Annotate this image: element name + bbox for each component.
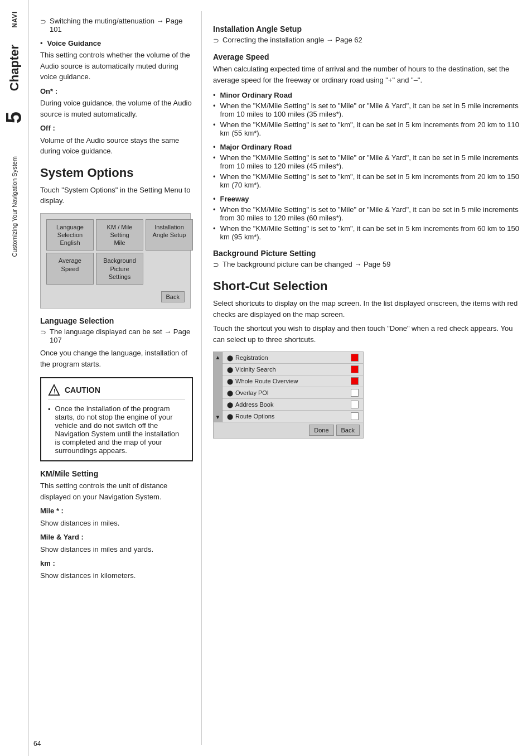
shortcut-title: Short-Cut Selection xyxy=(213,279,521,293)
major-road-block: • Major Ordinary Road •When the "KM/Mile… xyxy=(213,143,521,189)
shortcut-done-btn[interactable]: Done xyxy=(309,425,333,436)
shortcut-list: ⬤Registration⬤Vicinity Search⬤Whole Rout… xyxy=(223,352,363,422)
shortcut-list-item[interactable]: ⬤Whole Route Overview xyxy=(223,375,363,387)
ui-btn-avg-line2: Speed xyxy=(49,265,91,273)
bullet-dot-voice: • xyxy=(40,39,43,47)
ui-mockup-grid-bottom: Average Speed Background Picture Setting… xyxy=(46,253,185,285)
average-speed-section: Average Speed When calculating expected … xyxy=(213,52,521,241)
shortcut-check-box xyxy=(351,354,359,362)
minor-bullets-container: •When the "KM/Mile Setting" is set to "M… xyxy=(213,102,521,137)
muting-arrow-item: ⊃ Switching the muting/attenuation → Pag… xyxy=(40,17,193,33)
minor-road-title: Minor Ordinary Road xyxy=(220,91,292,99)
ui-btn-language-line1: Language xyxy=(49,223,91,231)
shortcut-desc1: Select shortcuts to display on the map s… xyxy=(213,298,521,320)
ui-btn-installation[interactable]: Installation Angle Setup xyxy=(146,219,193,251)
major-bullet-item: •When the "KM/Mile Setting" is set to "M… xyxy=(213,153,521,170)
freeway-bullet-item: •When the "KM/Mile Setting" is set to "k… xyxy=(213,224,521,241)
freeway-bullet-item: •When the "KM/Mile Setting" is set to "M… xyxy=(213,205,521,222)
freeway-bullets-container: •When the "KM/Mile Setting" is set to "M… xyxy=(213,205,521,241)
background-picture-section: Background Picture Setting ⊃ The backgro… xyxy=(213,249,521,269)
caution-text: Once the installation of the program sta… xyxy=(55,405,185,455)
freeway-block: • Freeway •When the "KM/Mile Setting" is… xyxy=(213,195,521,241)
scroll-down-arrow-icon[interactable]: ▼ xyxy=(215,414,221,420)
ui-btn-inst-line2: Angle Setup xyxy=(148,231,190,239)
svg-text:!: ! xyxy=(54,388,56,395)
voice-guidance-off-label: Off : xyxy=(40,123,193,134)
scroll-up-arrow-icon[interactable]: ▲ xyxy=(215,354,221,360)
major-bullet-text: When the "KM/Mile Setting" is set to "Mi… xyxy=(220,153,521,170)
shortcut-buttons: Done Back xyxy=(214,422,363,438)
shortcut-list-item[interactable]: ⬤Route Options xyxy=(223,411,363,422)
caution-box: ! CAUTION • Once the installation of the… xyxy=(40,377,193,461)
installation-arrow-item: ⊃ Correcting the installation angle → Pa… xyxy=(213,36,521,45)
voice-guidance-off-desc: Volume of the Audio source stays the sam… xyxy=(40,135,193,157)
shortcut-item-label: Whole Route Overview xyxy=(235,378,298,384)
average-speed-title: Average Speed xyxy=(213,52,521,61)
minor-bullet-text: When the "KM/Mile Setting" is set to "km… xyxy=(220,121,521,137)
km-mile-title: KM/Mile Setting xyxy=(40,469,193,478)
background-arrow-item: ⊃ The background picture can be changed … xyxy=(213,260,521,269)
shortcut-scrollbar[interactable]: ▲ ▼ xyxy=(214,352,223,422)
shortcut-back-btn[interactable]: Back xyxy=(336,425,360,436)
ui-btn-background[interactable]: Background Picture Settings xyxy=(96,253,143,285)
voice-guidance-bullet: • Voice Guidance xyxy=(40,39,193,47)
major-bullets-container: •When the "KM/Mile Setting" is set to "M… xyxy=(213,153,521,189)
voice-guidance-desc: This setting controls whether the volume… xyxy=(40,50,193,83)
km-mile-desc: This setting controls the unit of distan… xyxy=(40,480,193,502)
bullet-dot: • xyxy=(213,153,216,162)
minor-road-block: • Minor Ordinary Road •When the "KM/Mile… xyxy=(213,91,521,137)
system-options-intro: Touch "System Options" in the Setting Me… xyxy=(40,185,193,206)
shortcut-check-box xyxy=(351,389,359,397)
left-column: ⊃ Switching the muting/attenuation → Pag… xyxy=(29,11,202,745)
shortcut-item-icon: ⬤ xyxy=(227,413,233,420)
language-arrow-item: ⊃ The language displayed can be set → Pa… xyxy=(40,328,193,344)
shortcut-list-item[interactable]: ⬤Address Book xyxy=(223,399,363,411)
caution-bullet-item: • Once the installation of the program s… xyxy=(48,405,185,455)
shortcut-list-item[interactable]: ⬤Overlay POI xyxy=(223,387,363,399)
km-label: km : xyxy=(40,558,193,569)
mile-desc: Show distances in miles. xyxy=(40,518,193,529)
km-desc: Show distances in kilometers. xyxy=(40,570,193,581)
ui-btn-language-line3: English xyxy=(49,239,91,247)
shortcut-item-icon: ⬤ xyxy=(227,378,233,384)
ui-btn-km-mile[interactable]: KM / Mile Setting Mile xyxy=(96,219,143,251)
shortcut-item-icon: ⬤ xyxy=(227,402,233,408)
arrow-icon-install: ⊃ xyxy=(213,36,219,45)
system-options-section: System Options Touch "System Options" in… xyxy=(40,166,193,309)
installation-arrow-text: Correcting the installation angle → Page… xyxy=(223,36,362,44)
shortcut-list-item[interactable]: ⬤Registration xyxy=(223,352,363,364)
bullet-dot: • xyxy=(213,102,216,110)
shortcut-item-icon: ⬤ xyxy=(227,390,233,396)
shortcut-check-box xyxy=(351,365,359,373)
ui-btn-bg-line3: Settings xyxy=(99,273,141,281)
main-content: ⊃ Switching the muting/attenuation → Pag… xyxy=(29,0,532,756)
shortcut-item-label: Vicinity Search xyxy=(235,366,276,373)
freeway-title: Freeway xyxy=(220,195,249,203)
ui-btn-inst-line1: Installation xyxy=(148,223,190,231)
ui-btn-language[interactable]: Language Selection English xyxy=(46,219,94,251)
shortcut-item-label: Address Book xyxy=(235,401,273,408)
shortcut-list-item[interactable]: ⬤Vicinity Search xyxy=(223,364,363,375)
minor-road-bullet: • Minor Ordinary Road xyxy=(213,91,521,99)
background-picture-title: Background Picture Setting xyxy=(213,249,521,258)
minor-bullet-text: When the "KM/Mile Setting" is set to "Mi… xyxy=(220,102,521,118)
ui-btn-km-line2: Setting xyxy=(99,231,141,239)
freeway-bullet-text: When the "KM/Mile Setting" is set to "Mi… xyxy=(220,205,521,222)
language-arrow-text: The language displayed can be set → Page… xyxy=(50,328,193,344)
language-selection-title: Language Selection xyxy=(40,316,193,325)
system-options-ui-mockup: Language Selection English KM / Mile Set… xyxy=(40,213,191,309)
ui-mockup-grid-top: Language Selection English KM / Mile Set… xyxy=(46,219,185,251)
muting-text: Switching the muting/attenuation → Page … xyxy=(50,17,193,33)
sidebar-navi-label: NAVI xyxy=(11,11,18,27)
ui-btn-avg-speed[interactable]: Average Speed xyxy=(46,253,94,285)
minor-bullet-item: •When the "KM/Mile Setting" is set to "M… xyxy=(213,102,521,118)
shortcut-ui-mockup: ▲ ▼ ⬤Registration⬤Vicinity Search⬤Whole … xyxy=(213,351,364,439)
shortcut-desc2: Touch the shortcut you wish to display a… xyxy=(213,323,521,345)
system-options-back-btn[interactable]: Back xyxy=(161,291,185,302)
mile-yard-label: Mile & Yard : xyxy=(40,532,193,543)
page-container: NAVI Chapter 5 Customizing Your Navigati… xyxy=(0,0,532,756)
system-options-title: System Options xyxy=(40,166,193,180)
bullet-dot: • xyxy=(213,224,216,233)
minor-bullet-dot: • xyxy=(213,91,216,99)
installation-angle-title: Installation Angle Setup xyxy=(213,25,521,33)
